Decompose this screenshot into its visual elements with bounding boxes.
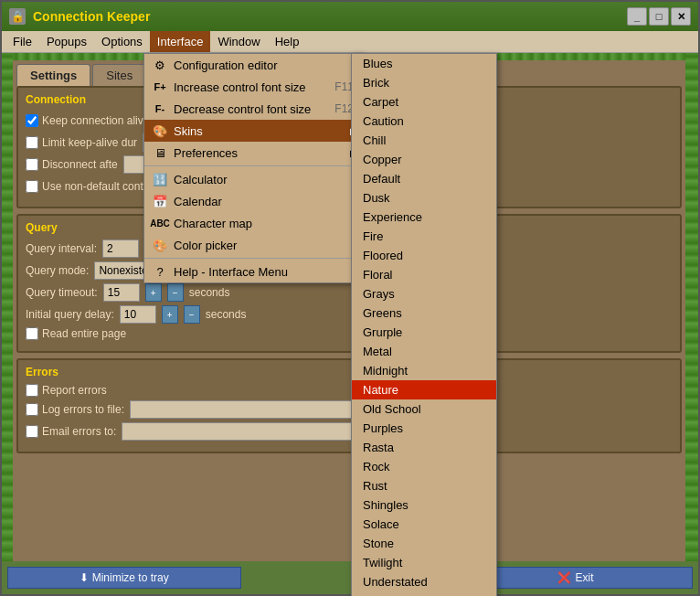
skins-menu: Blues Brick Carpet Caution Chill Copper … xyxy=(351,53,497,596)
skin-oldschool[interactable]: Old School xyxy=(352,399,496,419)
report-errors-label[interactable]: Report errors xyxy=(26,384,107,397)
calculator-icon: 🔢 xyxy=(152,172,168,186)
read-page-checkbox[interactable] xyxy=(26,327,38,340)
menu-sep1 xyxy=(144,165,363,166)
log-errors-checkbox[interactable] xyxy=(26,403,38,416)
email-errors-label: Email errors to: xyxy=(26,425,116,438)
menu-help-interface[interactable]: ? Help - Interface Menu xyxy=(144,261,363,282)
menu-window[interactable]: Window xyxy=(210,31,267,52)
menu-decrease-font[interactable]: F- Decrease control font size F12 xyxy=(144,98,363,120)
skins-icon: 🎨 xyxy=(152,123,168,138)
skin-wood[interactable]: Wood xyxy=(352,591,496,596)
minimize-button[interactable]: _ xyxy=(627,7,647,26)
bottom-bar: ⬇ Minimize to tray ❌ Exit xyxy=(2,561,698,594)
skin-twilight[interactable]: Twilight xyxy=(352,553,496,572)
skin-solace[interactable]: Solace xyxy=(352,515,496,534)
skin-experience[interactable]: Experience xyxy=(352,208,496,227)
keep-alive-label[interactable]: Keep connection alive xyxy=(26,114,149,127)
menu-help[interactable]: Help xyxy=(268,31,307,52)
query-delay-input[interactable] xyxy=(120,305,156,324)
log-errors-row: Log errors to file: Browse Edit xyxy=(26,400,673,419)
skin-understated[interactable]: Understated xyxy=(352,572,496,591)
read-page-row: Read entire page xyxy=(26,327,673,340)
menu-options[interactable]: Options xyxy=(94,31,150,52)
read-page-label[interactable]: Read entire page xyxy=(26,327,126,340)
main-window: 🔒 Connection Keeper _ □ ✕ File Popups Op… xyxy=(0,0,700,596)
minimize-to-tray-button[interactable]: ⬇ Minimize to tray xyxy=(7,567,241,589)
report-errors-checkbox[interactable] xyxy=(26,384,38,397)
seconds2-unit: seconds xyxy=(206,308,247,321)
menu-config-editor[interactable]: ⚙ Configuration editor xyxy=(144,54,363,76)
seconds1-unit: seconds xyxy=(189,286,230,299)
skin-floored[interactable]: Floored xyxy=(352,246,496,265)
skin-shingles[interactable]: Shingles xyxy=(352,495,496,515)
keep-alive-checkbox[interactable] xyxy=(26,114,38,127)
delay-plus-btn[interactable]: + xyxy=(162,305,178,324)
delay-minus-btn[interactable]: − xyxy=(184,305,200,324)
skin-caution[interactable]: Caution xyxy=(352,112,496,131)
menu-charmap[interactable]: ABC Character map xyxy=(144,212,363,234)
skin-dusk[interactable]: Dusk xyxy=(352,188,496,208)
query-interval-input[interactable] xyxy=(102,239,139,258)
skin-fire[interactable]: Fire xyxy=(352,227,496,246)
charmap-icon: ABC xyxy=(152,216,168,230)
query-timeout-label: Query timeout: xyxy=(26,286,98,299)
menu-skins[interactable]: 🎨 Skins xyxy=(144,120,363,142)
query-delay-row: Initial query delay: + − seconds xyxy=(26,305,673,324)
skin-brick[interactable]: Brick xyxy=(352,73,496,92)
timeout-plus-btn[interactable]: + xyxy=(145,283,162,302)
maximize-button[interactable]: □ xyxy=(649,7,669,26)
interface-menu: ⚙ Configuration editor F+ Increase contr… xyxy=(143,53,364,283)
email-errors-input[interactable] xyxy=(122,422,377,441)
query-interval-label: Query interval: xyxy=(26,242,97,255)
menu-interface[interactable]: Interface xyxy=(150,31,211,52)
skin-nature[interactable]: Nature xyxy=(352,380,496,399)
email-errors-checkbox[interactable] xyxy=(26,425,38,438)
app-title: Connection Keeper xyxy=(33,9,627,24)
skin-floral[interactable]: Floral xyxy=(352,265,496,284)
decrease-font-icon: F- xyxy=(152,101,168,116)
limit-checkbox[interactable] xyxy=(26,136,38,149)
query-delay-label: Initial query delay: xyxy=(26,308,114,321)
skin-grurple[interactable]: Grurple xyxy=(352,323,496,342)
help-icon: ? xyxy=(152,264,168,279)
tab-sites[interactable]: Sites xyxy=(92,64,146,86)
skin-grays[interactable]: Grays xyxy=(352,284,496,303)
log-errors-input[interactable] xyxy=(130,400,386,419)
skin-rock[interactable]: Rock xyxy=(352,457,496,476)
menu-calendar[interactable]: 📅 Calendar xyxy=(144,190,363,212)
skin-greens[interactable]: Greens xyxy=(352,303,496,323)
errors-section: Errors Report errors Log errors to file:… xyxy=(16,358,682,453)
menu-preferences[interactable]: 🖥 Preferences xyxy=(144,142,363,164)
exit-icon: ❌ xyxy=(557,571,571,584)
skin-rust[interactable]: Rust xyxy=(352,476,496,495)
timeout-minus-btn[interactable]: − xyxy=(167,283,184,302)
skin-purples[interactable]: Purples xyxy=(352,419,496,438)
log-errors-label: Log errors to file: xyxy=(26,403,124,416)
skin-stone[interactable]: Stone xyxy=(352,534,496,553)
skin-midnight[interactable]: Midnight xyxy=(352,361,496,380)
report-errors-row: Report errors xyxy=(26,384,673,397)
menu-file[interactable]: File xyxy=(5,31,39,52)
skin-default[interactable]: Default xyxy=(352,169,496,188)
limit-label: Limit keep-alive dur xyxy=(26,136,137,149)
errors-title: Errors xyxy=(26,366,673,378)
close-button[interactable]: ✕ xyxy=(671,7,691,26)
menu-calculator[interactable]: 🔢 Calculator xyxy=(144,168,363,190)
menu-popups[interactable]: Popups xyxy=(39,31,94,52)
non-default-checkbox[interactable] xyxy=(26,180,38,193)
skin-metal[interactable]: Metal xyxy=(352,342,496,361)
skin-chill[interactable]: Chill xyxy=(352,131,496,150)
preferences-icon: 🖥 xyxy=(152,145,168,160)
disconnect-checkbox[interactable] xyxy=(26,158,38,171)
skin-blues[interactable]: Blues xyxy=(352,54,496,73)
query-timeout-input[interactable] xyxy=(103,283,140,302)
skin-rasta[interactable]: Rasta xyxy=(352,438,496,457)
tab-settings[interactable]: Settings xyxy=(16,64,90,86)
skin-carpet[interactable]: Carpet xyxy=(352,92,496,112)
menu-colorpicker[interactable]: 🎨 Color picker xyxy=(144,234,363,256)
colorpicker-icon: 🎨 xyxy=(152,238,168,252)
menu-increase-font[interactable]: F+ Increase control font size F11 xyxy=(144,76,363,98)
skin-copper[interactable]: Copper xyxy=(352,150,496,169)
grass-decoration-right xyxy=(685,53,698,561)
